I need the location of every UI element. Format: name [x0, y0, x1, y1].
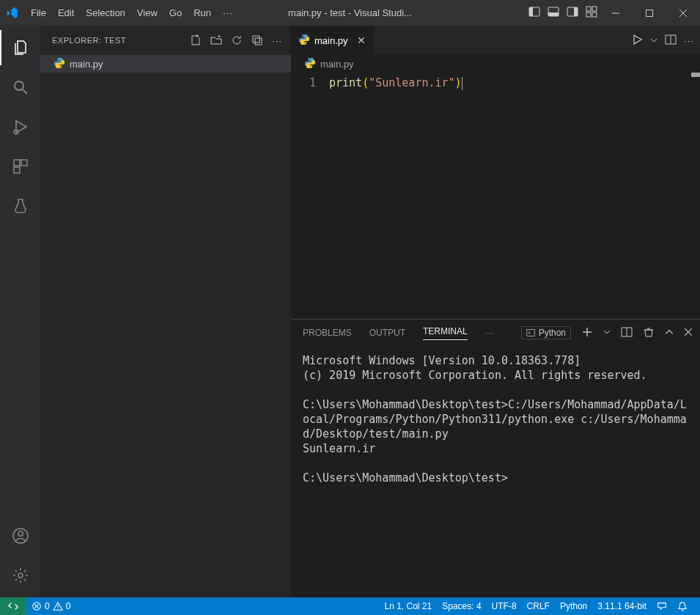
split-terminal-icon[interactable] — [621, 326, 633, 340]
editor-body[interactable]: 1 print("Sunlearn.ir") — [291, 73, 700, 319]
status-eol[interactable]: CRLF — [522, 597, 555, 615]
status-language[interactable]: Python — [555, 597, 592, 615]
maximize-panel-icon[interactable] — [665, 328, 674, 339]
svg-rect-9 — [592, 12, 597, 17]
svg-rect-20 — [255, 38, 262, 45]
activity-accounts-icon[interactable] — [0, 518, 40, 553]
terminal-profile-label: Python — [539, 328, 566, 338]
explorer-more-icon[interactable]: ··· — [272, 34, 282, 46]
svg-rect-1 — [529, 7, 533, 16]
panel-tab-bar: PROBLEMS OUTPUT TERMINAL ··· Python — [291, 320, 700, 346]
panel-tab-more-icon[interactable]: ··· — [485, 328, 495, 338]
split-editor-icon[interactable] — [665, 34, 677, 48]
close-tab-icon[interactable]: ✕ — [357, 34, 366, 46]
menu-selection[interactable]: Selection — [80, 0, 130, 26]
status-warnings-count: 0 — [66, 601, 71, 611]
editor-tab-label: main.py — [314, 35, 348, 46]
menu-view[interactable]: View — [131, 0, 163, 26]
menu-more[interactable]: ··· — [217, 0, 239, 26]
code-token-string: "Sunlearn.ir" — [369, 76, 454, 89]
kill-terminal-icon[interactable] — [643, 326, 655, 340]
activity-explorer-icon[interactable] — [0, 30, 40, 65]
minimize-button[interactable] — [599, 0, 633, 26]
explorer-sidebar: EXPLORER: TEST ··· main.py — [40, 26, 291, 597]
panel-tab-output[interactable]: OUTPUT — [369, 328, 405, 338]
maximize-button[interactable] — [633, 0, 666, 26]
menu-file[interactable]: File — [25, 0, 52, 26]
activity-search-icon[interactable] — [0, 70, 40, 105]
code-token-bracket: ) — [455, 76, 462, 89]
svg-rect-15 — [14, 167, 20, 173]
toggle-panel-icon[interactable] — [548, 6, 559, 20]
line-number: 1 — [291, 75, 316, 91]
status-bar: 0 0 Ln 1, Col 21 Spaces: 4 UTF-8 CRLF Py… — [0, 597, 700, 615]
remote-indicator[interactable] — [0, 597, 26, 615]
window-controls — [599, 0, 700, 26]
code-area[interactable]: print("Sunlearn.ir") — [329, 73, 687, 319]
svg-rect-13 — [14, 160, 20, 166]
svg-rect-6 — [586, 7, 591, 11]
toggle-primary-sidebar-icon[interactable] — [528, 6, 540, 20]
breadcrumb-file: main.py — [320, 59, 354, 70]
status-errors-count: 0 — [45, 601, 50, 611]
breadcrumb[interactable]: main.py — [291, 55, 700, 73]
status-ln-col[interactable]: Ln 1, Col 21 — [379, 597, 437, 615]
editor-group: main.py ✕ ··· main.py 1 — [291, 26, 700, 597]
new-folder-icon[interactable] — [210, 34, 222, 46]
svg-rect-22 — [526, 330, 534, 336]
editor-tab-main-py[interactable]: main.py ✕ — [291, 26, 374, 55]
code-token-bracket: ( — [362, 76, 369, 89]
new-file-icon[interactable] — [190, 34, 202, 46]
python-file-icon — [304, 57, 316, 71]
run-file-icon[interactable] — [631, 34, 643, 48]
close-panel-icon[interactable] — [684, 328, 693, 339]
panel-tab-problems[interactable]: PROBLEMS — [303, 328, 352, 338]
svg-point-18 — [18, 573, 23, 578]
file-item-main-py[interactable]: main.py — [40, 55, 291, 73]
layout-controls — [528, 0, 597, 26]
svg-rect-3 — [548, 12, 559, 16]
svg-rect-10 — [646, 10, 653, 16]
status-notifications-icon[interactable] — [672, 597, 693, 615]
menu-run[interactable]: Run — [188, 0, 217, 26]
window-title: main.py - test - Visual Studi... — [288, 7, 412, 18]
explorer-title: EXPLORER: TEST — [52, 36, 126, 45]
refresh-icon[interactable] — [231, 34, 243, 46]
close-window-button[interactable] — [666, 0, 700, 26]
minimap[interactable] — [687, 73, 700, 319]
status-interpreter[interactable]: 3.11.1 64-bit — [592, 597, 652, 615]
status-feedback-icon[interactable] — [652, 597, 672, 615]
editor-more-icon[interactable]: ··· — [684, 35, 694, 46]
new-terminal-icon[interactable] — [581, 326, 593, 340]
menu-go[interactable]: Go — [163, 0, 188, 26]
menu-bar: File Edit Selection View Go Run ··· — [25, 0, 239, 26]
text-cursor — [462, 77, 463, 90]
activity-bar — [0, 26, 40, 597]
customize-layout-icon[interactable] — [586, 6, 597, 20]
status-problems[interactable]: 0 0 — [26, 597, 75, 615]
svg-rect-14 — [21, 160, 27, 166]
activity-settings-icon[interactable] — [0, 558, 40, 593]
activity-extensions-icon[interactable] — [0, 149, 40, 184]
svg-point-17 — [18, 531, 22, 536]
activity-testing-icon[interactable] — [0, 188, 40, 224]
status-encoding[interactable]: UTF-8 — [487, 597, 522, 615]
status-spaces[interactable]: Spaces: 4 — [437, 597, 486, 615]
menu-edit[interactable]: Edit — [52, 0, 80, 26]
toggle-secondary-sidebar-icon[interactable] — [567, 6, 578, 20]
terminal-output[interactable]: Microsoft Windows [Version 10.0.18363.77… — [291, 346, 700, 597]
python-file-icon — [54, 57, 65, 71]
title-bar: File Edit Selection View Go Run ··· main… — [0, 0, 700, 26]
run-dropdown-icon[interactable] — [650, 35, 657, 46]
editor-tab-bar: main.py ✕ ··· — [291, 26, 700, 55]
file-item-label: main.py — [70, 59, 103, 70]
panel: PROBLEMS OUTPUT TERMINAL ··· Python — [291, 319, 700, 597]
svg-rect-5 — [574, 7, 578, 16]
new-terminal-dropdown-icon[interactable] — [603, 328, 611, 338]
panel-tab-terminal[interactable]: TERMINAL — [423, 326, 468, 340]
svg-rect-7 — [592, 7, 597, 11]
svg-rect-19 — [253, 36, 259, 43]
terminal-profile-button[interactable]: Python — [521, 326, 571, 339]
collapse-all-icon[interactable] — [251, 34, 263, 46]
activity-run-debug-icon[interactable] — [0, 109, 40, 144]
